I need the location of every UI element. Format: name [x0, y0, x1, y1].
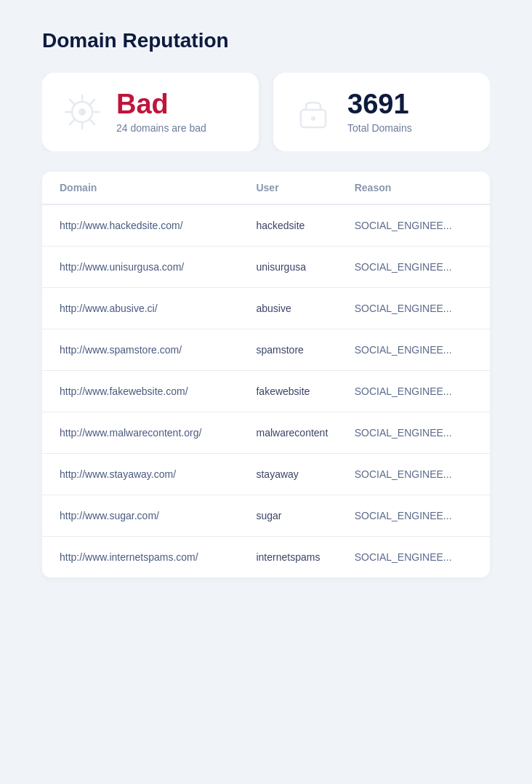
cell-domain: http://www.hackedsite.com/ — [60, 220, 256, 231]
cell-user: fakewebsite — [256, 385, 354, 397]
cards-row: Bad 24 domains are bad 3691 Total Domain… — [42, 73, 490, 151]
cell-domain: http://www.stayaway.com/ — [60, 468, 256, 480]
table-row[interactable]: http://www.internetspams.com/internetspa… — [42, 537, 490, 577]
table-row[interactable]: http://www.hackedsite.com/hackedsiteSOCI… — [42, 205, 490, 247]
cell-domain: http://www.fakewebsite.com/ — [60, 385, 256, 397]
header-user: User — [256, 182, 354, 193]
cell-reason: SOCIAL_ENGINEE... — [355, 427, 472, 439]
table-row[interactable]: http://www.abusive.ci/abusiveSOCIAL_ENGI… — [42, 288, 490, 329]
table-row[interactable]: http://www.unisurgusa.com/unisurgusaSOCI… — [42, 247, 490, 288]
total-card-sub: Total Domains — [347, 122, 412, 134]
cell-domain: http://www.abusive.ci/ — [60, 303, 256, 314]
cell-domain: http://www.unisurgusa.com/ — [60, 261, 256, 273]
cell-user: hackedsite — [256, 220, 354, 231]
cell-reason: SOCIAL_ENGINEE... — [355, 510, 472, 521]
lock-icon — [294, 92, 333, 132]
table-body: http://www.hackedsite.com/hackedsiteSOCI… — [42, 205, 490, 577]
cell-reason: SOCIAL_ENGINEE... — [355, 303, 472, 314]
table-row[interactable]: http://www.spamstore.com/spamstoreSOCIAL… — [42, 329, 490, 371]
total-card-text: 3691 Total Domains — [347, 90, 412, 134]
svg-line-8 — [70, 120, 74, 124]
bad-card-text: Bad 24 domains are bad — [116, 90, 206, 134]
cell-domain: http://www.malwarecontent.org/ — [60, 427, 256, 439]
svg-point-9 — [78, 108, 86, 116]
svg-line-5 — [70, 100, 74, 104]
page-container: Domain Reputation Bad — [0, 0, 532, 607]
cell-user: spamstore — [256, 344, 354, 356]
svg-line-6 — [90, 120, 94, 124]
domain-table: Domain User Reason http://www.hackedsite… — [42, 172, 490, 577]
bad-reputation-card: Bad 24 domains are bad — [42, 73, 259, 151]
cell-user: stayaway — [256, 468, 354, 480]
table-row[interactable]: http://www.sugar.com/sugarSOCIAL_ENGINEE… — [42, 495, 490, 537]
header-reason: Reason — [355, 182, 472, 193]
cell-user: malwarecontent — [256, 427, 354, 439]
page-title: Domain Reputation — [42, 29, 490, 52]
svg-line-7 — [90, 100, 94, 104]
cell-user: abusive — [256, 303, 354, 314]
table-row[interactable]: http://www.fakewebsite.com/fakewebsiteSO… — [42, 371, 490, 412]
cell-domain: http://www.sugar.com/ — [60, 510, 256, 521]
table-row[interactable]: http://www.stayaway.com/stayawaySOCIAL_E… — [42, 454, 490, 495]
header-domain: Domain — [60, 182, 256, 193]
cell-reason: SOCIAL_ENGINEE... — [355, 385, 472, 397]
bad-card-sub: 24 domains are bad — [116, 122, 206, 134]
svg-point-11 — [311, 116, 315, 121]
cell-reason: SOCIAL_ENGINEE... — [355, 261, 472, 273]
cell-reason: SOCIAL_ENGINEE... — [355, 344, 472, 356]
virus-icon — [63, 92, 102, 132]
total-domains-card: 3691 Total Domains — [273, 73, 490, 151]
cell-reason: SOCIAL_ENGINEE... — [355, 220, 472, 231]
cell-user: sugar — [256, 510, 354, 521]
cell-user: internetspams — [256, 551, 354, 563]
bad-card-main: Bad — [116, 90, 206, 118]
table-row[interactable]: http://www.malwarecontent.org/malwarecon… — [42, 412, 490, 454]
cell-user: unisurgusa — [256, 261, 354, 273]
table-header: Domain User Reason — [42, 172, 490, 205]
cell-reason: SOCIAL_ENGINEE... — [355, 468, 472, 480]
cell-domain: http://www.internetspams.com/ — [60, 551, 256, 563]
cell-reason: SOCIAL_ENGINEE... — [355, 551, 472, 563]
cell-domain: http://www.spamstore.com/ — [60, 344, 256, 356]
total-card-main: 3691 — [347, 90, 412, 118]
